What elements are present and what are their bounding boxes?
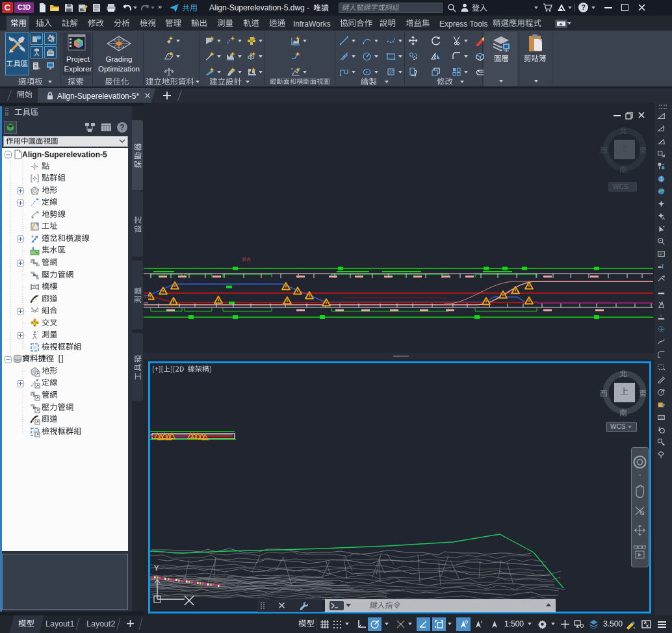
svg-text:A: A bbox=[662, 217, 666, 221]
svg-text:Y: Y bbox=[154, 564, 159, 572]
